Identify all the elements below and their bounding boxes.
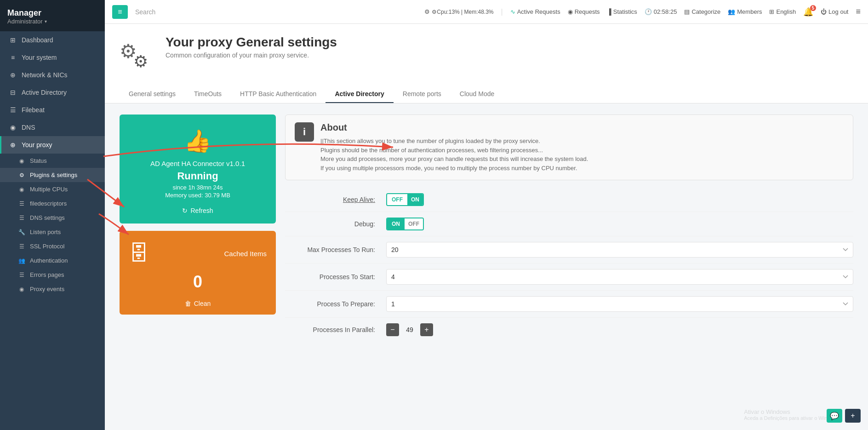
chat-button[interactable]: 💬 [827, 409, 842, 423]
sidebar: Manager Administrator ▾ ⊞ Dashboard ≡ Yo… [0, 0, 105, 430]
stepper-plus-button[interactable]: + [420, 323, 433, 336]
proxy-icon: ⊕ [9, 141, 17, 149]
sidebar-item-listen-ports[interactable]: 🔧 Listen ports [0, 225, 105, 239]
info-icon: i [295, 122, 314, 142]
filedesc-icon: ☰ [18, 201, 25, 207]
sidebar-item-multiple-cpus[interactable]: ◉ Multiple CPUs [0, 182, 105, 196]
processes-start-row: Processes To Start: 4 1 2 8 [285, 264, 853, 291]
auth-icon: 👥 [18, 258, 25, 264]
cpus-icon: ◉ [18, 186, 25, 193]
notification-button[interactable]: 🔔 5 [803, 7, 813, 17]
ssl-icon: ☰ [18, 243, 25, 250]
sidebar-item-label: Plugins & settings [30, 172, 77, 178]
dashboard-icon: ⊞ [9, 36, 17, 44]
filebeat-icon: ☰ [9, 106, 17, 114]
cached-items-card: 🗄 Cached Items 0 🗑 Clean [120, 231, 276, 315]
ad-agent-memory: Memory used: 30.79 MB [165, 192, 230, 199]
bottom-buttons: 💬 + [827, 409, 861, 423]
members-stat[interactable]: 👥 Members [728, 8, 762, 15]
processes-start-label: Processes To Start: [285, 273, 386, 281]
sidebar-item-your-system[interactable]: ≡ Your system [0, 49, 105, 66]
ad-agent-title: AD Agent HA Connector v1.0.1 [150, 160, 245, 167]
refresh-button[interactable]: ↻ Refresh [182, 207, 213, 214]
max-processes-control: 20 10 30 40 [386, 242, 853, 258]
process-prepare-select[interactable]: 1 2 3 [386, 296, 853, 312]
keep-alive-label: Keep Alive: [285, 196, 386, 203]
processes-parallel-row: Processes In Parallel: − 49 + [285, 318, 853, 342]
logout-icon: ⏻ [821, 8, 827, 15]
stepper-minus-button[interactable]: − [386, 323, 399, 336]
max-processes-select[interactable]: 20 10 30 40 [386, 242, 853, 258]
tab-cloud-mode[interactable]: Cloud Mode [451, 86, 504, 103]
sidebar-item-proxy-events[interactable]: ◉ Proxy events [0, 282, 105, 296]
sidebar-item-your-proxy[interactable]: ⊕ Your proxy [0, 136, 105, 154]
tab-remote-ports[interactable]: Remote ports [394, 86, 451, 103]
sidebar-item-label: Multiple CPUs [30, 186, 68, 193]
tab-timeouts[interactable]: TimeOuts [185, 86, 231, 103]
search-input[interactable]: Search [135, 8, 155, 16]
sidebar-item-label: DNS [22, 124, 35, 131]
thumbsup-icon: 👍 [184, 128, 211, 154]
processes-start-select[interactable]: 4 1 2 8 [386, 269, 853, 285]
proxyevents-icon: ◉ [18, 286, 25, 292]
sidebar-item-status[interactable]: ◉ Status [0, 154, 105, 168]
database-icon: 🗄 [129, 242, 149, 265]
debug-toggle[interactable]: ON OFF [386, 218, 424, 230]
system-icon: ≡ [9, 54, 17, 61]
requests-icon: ◉ [568, 8, 573, 15]
categorize-stat[interactable]: ▤ Categorize [684, 8, 720, 15]
processes-start-control: 4 1 2 8 [386, 269, 853, 285]
tab-http-basic-auth[interactable]: HTTP Basic Authentication [231, 86, 326, 103]
sidebar-item-label: DNS settings [30, 214, 65, 221]
sidebar-item-filedescriptors[interactable]: ☰ filedescriptors [0, 196, 105, 211]
sidebar-item-label: Your proxy [22, 141, 52, 149]
language-selector[interactable]: ⊞ English [769, 8, 796, 15]
menu-button[interactable]: ≡ [112, 5, 128, 19]
plus-button[interactable]: + [845, 409, 861, 423]
sidebar-item-label: Listen ports [30, 229, 61, 235]
refresh-icon: ↻ [182, 207, 188, 214]
max-processes-row: Max Processes To Run: 20 10 30 40 [285, 236, 853, 264]
sidebar-item-authentication[interactable]: 👥 Authentication [0, 253, 105, 268]
debug-off: OFF [405, 218, 423, 229]
tab-general-settings[interactable]: General settings [120, 86, 185, 103]
sidebar-item-dashboard[interactable]: ⊞ Dashboard [0, 31, 105, 49]
debug-row: Debug: ON OFF [285, 212, 853, 236]
sidebar-item-errors-pages[interactable]: ☰ Errors pages [0, 268, 105, 282]
left-panel: 👍 AD Agent HA Connector v1.0.1 Running s… [120, 115, 276, 419]
logout-button[interactable]: ⏻ Log out [821, 8, 848, 15]
topbar: ≡ Search ⚙ ⚙Cpu:13% | Mem:48.3% | ∿ Acti… [105, 0, 868, 24]
tab-active-directory[interactable]: Active Directory [326, 86, 393, 103]
status-icon: ◉ [18, 158, 25, 164]
dns-icon: ◉ [9, 124, 17, 131]
sidebar-item-label: Filebeat [22, 106, 45, 114]
sidebar-item-network[interactable]: ⊕ Network & NICs [0, 66, 105, 84]
process-prepare-label: Process To Prepare: [285, 300, 386, 308]
sidebar-item-active-directory[interactable]: ⊟ Active Directory [0, 84, 105, 101]
active-requests-icon: ∿ [510, 8, 515, 15]
sidebar-item-ssl-protocol[interactable]: ☰ SSL Protocol [0, 239, 105, 253]
statistics-stat[interactable]: ▐ Statistics [607, 8, 637, 15]
sidebar-item-filebeat[interactable]: ☰ Filebeat [0, 101, 105, 119]
members-icon: 👥 [728, 8, 735, 15]
keep-alive-toggle[interactable]: OFF ON [386, 193, 424, 206]
process-prepare-control: 1 2 3 [386, 296, 853, 312]
dnssettings-icon: ☰ [18, 215, 25, 221]
debug-control: ON OFF [386, 218, 853, 230]
sidebar-item-dns-settings[interactable]: ☰ DNS settings [0, 211, 105, 225]
sidebar-item-label: filedescriptors [30, 200, 67, 207]
cpu-mem-stat: ⚙ ⚙Cpu:13% | Mem:48.3% [424, 8, 493, 15]
ad-agent-since: since 1h 38mn 24s [172, 184, 223, 191]
sidebar-item-plugins-settings[interactable]: ⚙ Plugins & settings [0, 168, 105, 182]
process-prepare-row: Process To Prepare: 1 2 3 [285, 291, 853, 318]
sidebar-item-label: Network & NICs [22, 71, 68, 79]
requests-stat[interactable]: ◉ Requests [568, 8, 600, 15]
ad-agent-status: Running [177, 170, 218, 182]
sidebar-item-label: Authentication [30, 257, 68, 264]
hamburger-menu-icon[interactable]: ≡ [856, 7, 861, 17]
sidebar-item-dns[interactable]: ◉ DNS [0, 119, 105, 136]
plugins-icon: ⚙ [18, 172, 25, 178]
clean-button[interactable]: 🗑 Clean [185, 300, 211, 307]
menu-icon: ≡ [118, 8, 122, 16]
active-requests-stat[interactable]: ∿ Active Requests [510, 8, 560, 15]
